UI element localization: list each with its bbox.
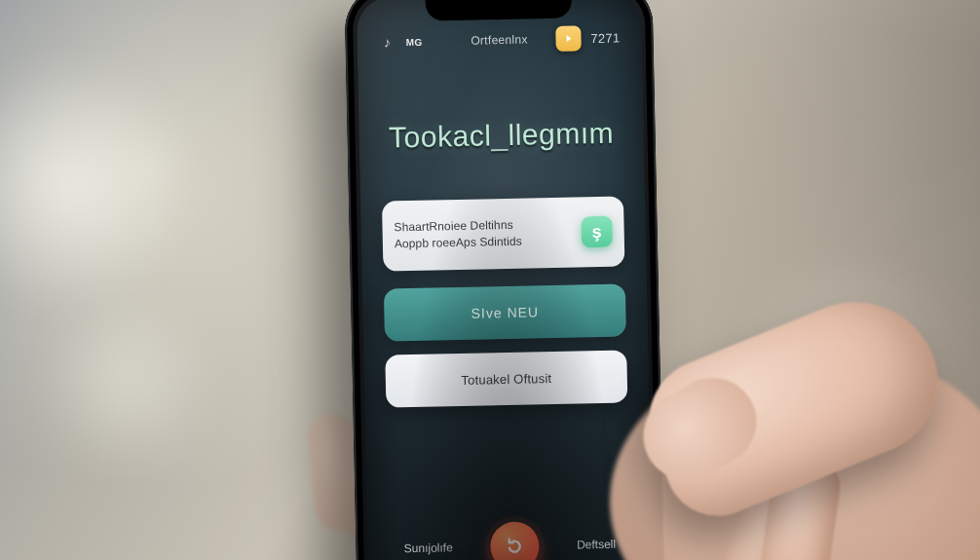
- bokeh-light: [39, 292, 214, 467]
- bottom-nav-left[interactable]: Sunıjolıfe: [404, 541, 453, 555]
- status-bar: ♪ MG Ortfeenlnx 7271: [357, 24, 641, 56]
- notch: [426, 0, 573, 21]
- bokeh-light: [0, 58, 195, 312]
- app-title: Tookacl_llegmım: [358, 116, 644, 155]
- app-title-part-b: llegmım: [508, 117, 614, 151]
- scene: ♪ MG Ortfeenlnx 7271 Tookacl_llegmım Sha…: [0, 0, 980, 560]
- hand-right: [473, 190, 980, 560]
- app-title-part-a: Tookacl: [389, 119, 492, 153]
- app-title-separator: _: [491, 119, 509, 151]
